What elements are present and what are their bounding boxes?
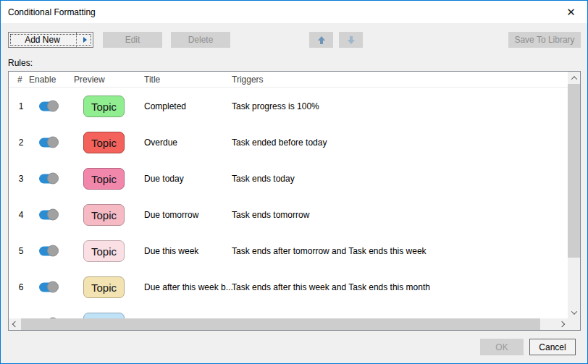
conditional-formatting-dialog: Conditional Formatting ✕ Add New Edit De… [0, 0, 588, 364]
chevron-up-icon [571, 76, 576, 82]
rule-triggers: Task ended before today [232, 137, 327, 148]
rule-title: Overdue [144, 137, 177, 148]
column-header-triggers: Triggers [232, 75, 264, 85]
page-title: Conditional Formatting [8, 7, 96, 17]
rule-title: Due today [144, 174, 184, 184]
chevron-right-icon [558, 321, 564, 327]
scroll-left-button[interactable] [9, 318, 21, 330]
rules-label: Rules: [8, 58, 33, 68]
delete-button[interactable]: Delete [171, 32, 230, 48]
add-new-label: Add New [9, 35, 76, 45]
toggle-knob [47, 209, 59, 221]
enable-toggle[interactable] [39, 283, 56, 292]
toggle-knob [47, 101, 59, 112]
rule-triggers: Task ends after this week and Task ends … [232, 282, 430, 292]
chevron-down-icon [571, 308, 576, 314]
up-arrow-icon [318, 36, 325, 44]
chevron-left-icon [12, 321, 17, 327]
enable-toggle[interactable] [39, 247, 56, 256]
table-row[interactable]: 2 Topic Overdue Task ended before today [9, 124, 568, 161]
dropdown-right-arrow-icon [83, 37, 87, 43]
enable-toggle[interactable] [39, 102, 56, 111]
rules-list: # Enable Preview Title Triggers 1 Topic … [8, 71, 581, 331]
rule-number: 5 [16, 246, 26, 256]
rule-triggers: Task ends tomorrow [232, 210, 309, 220]
preview-badge: Topic [83, 96, 125, 117]
preview-badge [83, 313, 125, 318]
horizontal-scroll-thumb[interactable] [21, 318, 540, 330]
column-header-title: Title [144, 75, 160, 85]
toggle-knob [47, 245, 59, 257]
move-down-button[interactable] [339, 32, 363, 48]
table-row[interactable]: 7 [9, 305, 568, 318]
rule-number: 6 [16, 282, 26, 292]
rule-triggers: Task progress is 100% [232, 101, 319, 111]
enable-toggle[interactable] [39, 211, 56, 220]
toggle-knob [47, 282, 59, 293]
save-to-library-button[interactable]: Save To Library [508, 32, 581, 48]
scroll-down-button[interactable] [568, 306, 580, 318]
rule-title: Completed [144, 101, 186, 111]
table-row[interactable]: 4 Topic Due tomorrow Task ends tomorrow [9, 197, 568, 233]
table-row[interactable]: 3 Topic Due today Task ends today [9, 161, 568, 197]
vertical-scrollbar[interactable] [568, 72, 580, 318]
ok-button[interactable]: OK [480, 339, 524, 355]
table-row[interactable]: 1 Topic Completed Task progress is 100% [9, 88, 568, 124]
enable-toggle[interactable] [39, 138, 56, 148]
table-row[interactable]: 6 Topic Due after this week b... Task en… [9, 269, 568, 305]
rule-title: Due this week [144, 246, 198, 256]
preview-badge: Topic [83, 276, 125, 298]
scroll-up-button[interactable] [568, 72, 580, 84]
table-row[interactable]: 5 Topic Due this week Task ends after to… [9, 233, 568, 269]
toggle-knob [47, 137, 59, 148]
rule-number: 1 [16, 101, 26, 111]
rule-title: Due after this week b... [144, 282, 233, 292]
column-header-enable: Enable [29, 75, 56, 85]
toggle-knob [47, 173, 59, 185]
list-header: # Enable Preview Title Triggers [9, 72, 568, 88]
preview-badge: Topic [83, 240, 125, 262]
add-new-button[interactable]: Add New [8, 32, 93, 48]
edit-button[interactable]: Edit [103, 32, 162, 48]
close-button[interactable]: ✕ [555, 1, 587, 23]
add-new-dropdown[interactable] [76, 33, 93, 47]
scroll-right-button[interactable] [555, 318, 568, 330]
down-arrow-icon [348, 36, 355, 44]
rule-title: Due tomorrow [144, 210, 198, 220]
enable-toggle[interactable] [39, 174, 56, 184]
horizontal-scrollbar[interactable] [9, 318, 568, 330]
close-icon: ✕ [566, 6, 576, 19]
rule-number: 3 [16, 174, 26, 184]
titlebar: Conditional Formatting ✕ [1, 1, 587, 23]
move-up-button[interactable] [309, 32, 333, 48]
preview-badge: Topic [83, 168, 125, 190]
rules-rows: 1 Topic Completed Task progress is 100% … [9, 88, 568, 318]
column-header-number: # [17, 75, 22, 85]
rule-triggers: Task ends after tomorrow and Task ends t… [232, 246, 427, 256]
vertical-scroll-thumb[interactable] [568, 84, 580, 258]
column-header-preview: Preview [74, 75, 105, 85]
rule-number: 2 [16, 137, 26, 148]
preview-badge: Topic [83, 204, 125, 226]
rule-triggers: Task ends today [232, 174, 295, 184]
scrollbar-corner [568, 318, 580, 330]
rule-number: 4 [16, 210, 26, 220]
preview-badge: Topic [83, 132, 125, 153]
cancel-button[interactable]: Cancel [529, 339, 576, 355]
